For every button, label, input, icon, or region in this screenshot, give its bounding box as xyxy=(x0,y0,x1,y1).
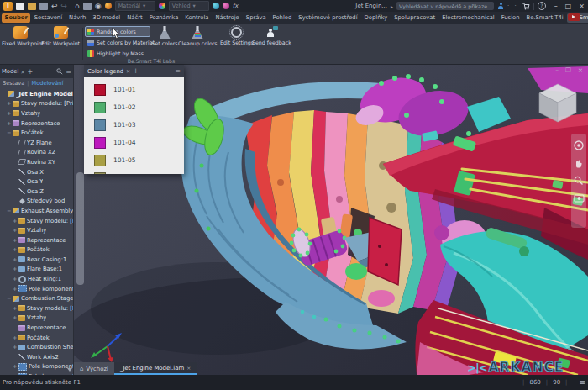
scrollbar[interactable] xyxy=(76,172,84,285)
mode-modelovani[interactable]: Modelování xyxy=(31,80,63,87)
tree-expander[interactable]: + xyxy=(13,344,17,350)
tree-expander[interactable]: + xyxy=(13,256,17,263)
minimize-button[interactable]: – xyxy=(554,3,558,10)
open-file-icon[interactable] xyxy=(28,3,36,10)
legend-item[interactable]: 101-03 xyxy=(84,116,184,134)
add-tab-icon[interactable]: + xyxy=(27,68,33,76)
parameters-fx-icon[interactable]: fx xyxy=(233,2,239,10)
tree-item[interactable]: + Reprezentace xyxy=(0,119,73,129)
tree-item[interactable]: − Počátek xyxy=(0,128,73,138)
tree-item[interactable]: + Rear Casing:1 xyxy=(0,255,73,265)
ribbon-tab[interactable]: Systémové prostředí xyxy=(296,13,360,23)
legend-item[interactable]: 101-04 xyxy=(84,134,184,151)
tree-item[interactable]: YZ Plane xyxy=(0,138,73,148)
cart-icon[interactable] xyxy=(522,3,530,10)
appearance-dropdown[interactable]: Vzhled ▾ xyxy=(169,1,209,11)
ribbon-tab[interactable]: Fusion xyxy=(498,13,522,23)
tree-item[interactable]: Osa Z xyxy=(0,187,73,197)
tree-expander[interactable]: + xyxy=(13,276,17,282)
view-cube[interactable] xyxy=(534,76,581,124)
youtube-icon[interactable] xyxy=(568,13,580,21)
fixed-workpoint-button[interactable]: Fixed Workpoint xyxy=(2,26,39,46)
tree-item[interactable]: Reprezentace xyxy=(0,323,73,333)
tree-item[interactable]: − Combustion Stage:1 xyxy=(0,293,73,303)
ribbon-tab[interactable]: Kontrola xyxy=(182,13,212,23)
pan-hand-icon[interactable] xyxy=(574,158,584,168)
panel-menu-icon[interactable]: ≡ xyxy=(175,67,181,75)
save-icon[interactable] xyxy=(39,3,48,10)
set-colors-button[interactable]: Set colors xyxy=(151,26,178,46)
close-icon[interactable]: × xyxy=(186,365,191,371)
help-search-input[interactable] xyxy=(396,2,494,10)
status-menu-icon[interactable]: ≡ xyxy=(579,378,585,387)
tree-expander[interactable]: − xyxy=(7,208,11,214)
edit-workpoint-button[interactable]: Edit Workpoint xyxy=(40,26,81,46)
send-feedback-button[interactable]: Send feedback xyxy=(252,26,291,45)
legend-item[interactable] xyxy=(84,169,184,174)
tree-item[interactable]: + Vztahy xyxy=(0,108,73,119)
tree-item[interactable]: _Jet Engine Model.iam xyxy=(0,89,73,99)
panel-menu-icon[interactable]: ≡ xyxy=(66,68,71,76)
update-icon[interactable]: ◉ xyxy=(95,2,102,10)
tree-expander[interactable]: + xyxy=(13,305,17,312)
tree-item[interactable]: + Stavy modelu: [Primární] xyxy=(0,303,73,314)
tree-item[interactable]: Rovina XZ xyxy=(0,148,73,158)
tree-expander[interactable]: + xyxy=(13,227,17,234)
tree-expander[interactable]: + xyxy=(13,246,17,253)
tree-expander[interactable]: + xyxy=(13,237,17,244)
app-logo-icon[interactable]: I xyxy=(3,2,13,11)
doc-restore-button[interactable]: ❐ xyxy=(565,66,571,74)
tree-item[interactable]: Rovina XY xyxy=(0,157,73,167)
ribbon-tab[interactable]: Nástroje xyxy=(213,13,242,23)
tree-item[interactable]: + Vztahy xyxy=(0,314,73,324)
legend-item[interactable]: 101-01 xyxy=(84,81,184,98)
tab-model[interactable]: Model xyxy=(2,68,18,75)
tree-item[interactable]: + Heat Ring:1 xyxy=(0,274,73,284)
tab-document-active[interactable]: _Jet Engine Model.iam × xyxy=(114,362,197,375)
tree-item[interactable]: + Vztahy xyxy=(0,225,73,235)
tree-expander[interactable]: + xyxy=(7,100,11,107)
ribbon-tab[interactable]: Soubor xyxy=(2,13,30,23)
doc-minimize-button[interactable]: – xyxy=(555,66,559,74)
tree-item[interactable]: − Exhaust Assembly:1 xyxy=(0,206,73,216)
tab-color-legend[interactable]: Color legend xyxy=(87,68,123,75)
tree-item[interactable]: + Flare Base:1 xyxy=(0,265,73,275)
tree-expander[interactable]: − xyxy=(7,129,11,136)
doc-close-button[interactable]: × xyxy=(578,66,583,74)
ribbon-tab[interactable]: Be.Smart T4i xyxy=(523,13,566,23)
tree-item[interactable]: + Počátek xyxy=(0,245,73,256)
tree-item[interactable]: + Stavy modelu: [Primární] xyxy=(0,99,73,109)
tree-item[interactable]: + Combustion Shell:1 xyxy=(0,342,73,352)
camera-view-icon[interactable] xyxy=(574,193,585,203)
ribbon-tab[interactable]: Správa xyxy=(243,13,269,23)
tree-item[interactable]: + Pole komponent 4:1 xyxy=(0,284,73,294)
tree-item[interactable]: Středový bod xyxy=(0,197,73,207)
tree-expander[interactable]: + xyxy=(13,335,17,341)
mode-sestava[interactable]: Sestava xyxy=(3,80,24,87)
legend-item[interactable]: 101-05 xyxy=(84,151,184,169)
tree-expander[interactable]: + xyxy=(13,363,17,370)
redo-icon[interactable]: ↪ xyxy=(61,2,68,10)
material-dropdown[interactable]: Materiál ▾ xyxy=(115,1,155,11)
search-icon[interactable] xyxy=(56,68,63,75)
tree-item[interactable]: Work Axis2 xyxy=(0,352,73,362)
ribbon-tab[interactable]: Doplňky xyxy=(361,13,391,23)
tree-scroll-down-icon[interactable] xyxy=(67,368,72,372)
appearance-ball-icon[interactable] xyxy=(213,3,219,9)
maximize-button[interactable]: □ xyxy=(565,3,572,10)
legend-item[interactable]: 101-02 xyxy=(84,98,184,116)
tree-item[interactable]: + Reprezentace xyxy=(0,235,73,245)
tree-item[interactable]: + Počátek xyxy=(0,333,73,343)
close-icon[interactable]: ✕ xyxy=(20,69,24,75)
edit-settings-button[interactable]: Edit Settings xyxy=(220,26,252,45)
cleanup-colors-button[interactable]: Cleanup colors xyxy=(178,26,217,46)
tree-expander[interactable]: + xyxy=(13,286,17,292)
ribbon-tab[interactable]: Návrh xyxy=(66,13,89,23)
tree-item[interactable]: + Pole komponent 1:1 xyxy=(0,362,73,372)
tree-item[interactable]: Osa X xyxy=(0,167,73,177)
ribbon-tab[interactable]: Electromechanical xyxy=(439,13,498,23)
tree-expander[interactable]: + xyxy=(13,266,17,272)
tree-expander[interactable]: + xyxy=(7,110,11,117)
color-wheel-icon[interactable] xyxy=(159,3,165,9)
capture-icon[interactable] xyxy=(83,3,92,10)
